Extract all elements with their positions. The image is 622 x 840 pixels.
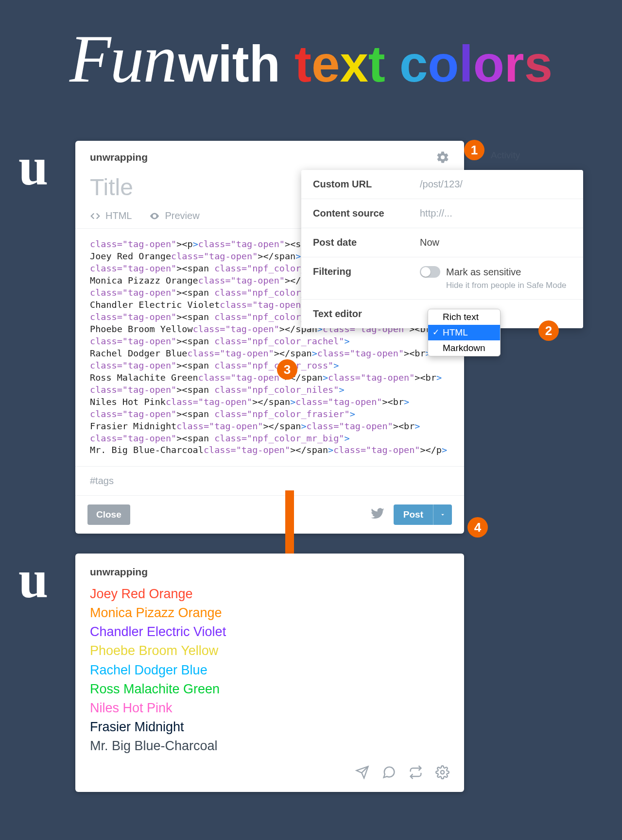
post-date-value[interactable]: Now bbox=[420, 237, 571, 248]
result-blog-name[interactable]: unwrapping bbox=[90, 566, 449, 578]
result-line: Phoebe Broom Yellow bbox=[90, 641, 449, 660]
post-button-dropdown[interactable] bbox=[433, 504, 452, 525]
result-line: Mr. Big Blue-Charcoal bbox=[90, 737, 449, 756]
text-editor-menu[interactable]: Rich textHTMLMarkdown bbox=[428, 309, 501, 356]
title-colored: text colors bbox=[294, 75, 553, 83]
post-date-label: Post date bbox=[313, 237, 420, 248]
result-line: Chandler Electric Violet bbox=[90, 622, 449, 641]
mode-preview[interactable]: Preview bbox=[149, 210, 199, 221]
sensitive-label: Mark as sensitive bbox=[446, 267, 521, 278]
reply-icon[interactable] bbox=[382, 765, 396, 781]
avatar: u bbox=[18, 553, 48, 606]
custom-url-input[interactable]: /post/123/ bbox=[420, 179, 571, 190]
editor-option[interactable]: HTML bbox=[428, 325, 500, 340]
svg-point-2 bbox=[441, 771, 444, 774]
result-line: Frasier Midnight bbox=[90, 718, 449, 737]
mode-html[interactable]: HTML bbox=[90, 210, 132, 221]
step-badge-4: 4 bbox=[467, 517, 488, 538]
share-icon[interactable] bbox=[355, 765, 369, 781]
content-source-label: Content source bbox=[313, 208, 420, 219]
tags-input[interactable]: #tags bbox=[75, 466, 464, 495]
blog-name[interactable]: unwrapping bbox=[90, 151, 148, 163]
gear-icon[interactable] bbox=[436, 151, 449, 164]
settings-popover: Custom URL /post/123/ Content source htt… bbox=[301, 170, 583, 328]
sensitive-sub: Hide it from people in Safe Mode bbox=[420, 281, 571, 290]
filtering-label: Filtering bbox=[313, 266, 420, 277]
reblog-icon[interactable] bbox=[409, 765, 423, 781]
custom-url-label: Custom URL bbox=[313, 179, 420, 190]
page-title: Fun with text colors bbox=[0, 19, 622, 98]
step-badge-1: 1 bbox=[464, 140, 484, 160]
mode-preview-label: Preview bbox=[165, 210, 199, 221]
step-badge-3: 3 bbox=[277, 359, 297, 380]
text-editor-label: Text editor bbox=[313, 308, 420, 319]
result-line: Ross Malachite Green bbox=[90, 680, 449, 699]
post-button-label: Post bbox=[394, 504, 433, 525]
result-line: Rachel Dodger Blue bbox=[90, 661, 449, 680]
close-button[interactable]: Close bbox=[87, 504, 130, 525]
settings-icon[interactable] bbox=[435, 765, 449, 781]
title-plain: with bbox=[178, 35, 294, 92]
post-button[interactable]: Post bbox=[394, 504, 452, 525]
result-line: Joey Red Orange bbox=[90, 585, 449, 604]
avatar: u bbox=[18, 140, 48, 193]
editor-option[interactable]: Markdown bbox=[428, 340, 500, 356]
content-source-input[interactable]: http://... bbox=[420, 208, 571, 219]
activity-ghost-text: Activity bbox=[491, 150, 520, 161]
twitter-icon[interactable] bbox=[370, 506, 385, 523]
sensitive-toggle[interactable] bbox=[420, 266, 440, 278]
result-line: Monica Pizazz Orange bbox=[90, 604, 449, 622]
result-post: unwrapping Joey Red OrangeMonica Pizazz … bbox=[75, 554, 464, 792]
mode-html-label: HTML bbox=[105, 210, 132, 221]
editor-option[interactable]: Rich text bbox=[428, 309, 500, 325]
result-line: Niles Hot Pink bbox=[90, 699, 449, 718]
result-body: Joey Red OrangeMonica Pizazz OrangeChand… bbox=[90, 585, 449, 756]
title-script: Fun bbox=[69, 21, 176, 96]
step-badge-2: 2 bbox=[538, 320, 559, 341]
